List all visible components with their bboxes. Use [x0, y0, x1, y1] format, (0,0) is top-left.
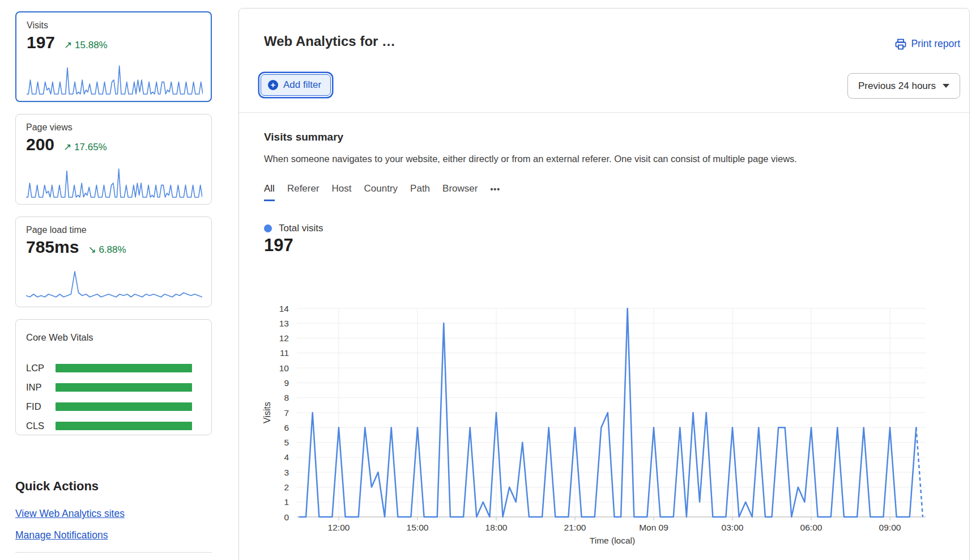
trend-down-icon: ↘: [88, 244, 96, 255]
metric-value-row: 197 ↗ 15.88%: [27, 33, 108, 52]
cwv-row-cls: CLS: [26, 416, 192, 435]
svg-text:18:00: 18:00: [485, 523, 508, 532]
svg-text:0: 0: [284, 512, 289, 522]
svg-text:15:00: 15:00: [407, 523, 429, 532]
metric-delta: ↗ 15.88%: [64, 39, 108, 51]
visits-summary-description: When someone navigates to your website, …: [264, 154, 797, 164]
sidebar-divider: [15, 552, 212, 553]
svg-text:21:00: 21:00: [564, 523, 586, 532]
svg-text:10: 10: [279, 363, 289, 373]
page-load-time-sparkline: [26, 270, 202, 301]
page-views-sparkline: [26, 167, 202, 198]
metric-value: 197: [27, 33, 55, 52]
print-report-button[interactable]: Print report: [895, 38, 960, 50]
chevron-down-icon: [943, 84, 949, 88]
metric-value-row: 785ms ↘ 6.88%: [26, 237, 126, 257]
print-report-label: Print report: [911, 38, 960, 50]
plus-icon: +: [268, 80, 278, 90]
svg-text:8: 8: [284, 393, 289, 402]
manage-notifications-link[interactable]: Manage Notifications: [15, 529, 108, 541]
view-web-analytics-sites-link[interactable]: View Web Analytics sites: [15, 508, 125, 520]
svg-text:2: 2: [284, 482, 289, 492]
dimension-tabs: AllRefererHostCountryPathBrowser•••: [264, 183, 500, 201]
cwv-row-lcp: LCP: [26, 358, 192, 377]
svg-text:12: 12: [279, 333, 289, 343]
svg-text:03:00: 03:00: [722, 523, 744, 532]
tab-host[interactable]: Host: [332, 183, 352, 201]
svg-text:5: 5: [284, 438, 289, 447]
cwv-score-bar: [56, 402, 192, 411]
add-filter-label: Add filter: [283, 79, 321, 91]
time-range-value: Previous 24 hours: [858, 80, 936, 92]
svg-text:Visits: Visits: [262, 402, 272, 423]
core-web-vitals-card[interactable]: Core Web Vitals LCPINPFIDCLS: [15, 319, 212, 435]
page-title: Web Analytics for …: [264, 33, 395, 49]
total-visits-value: 197: [264, 235, 293, 256]
visits-summary-title: Visits summary: [264, 131, 343, 143]
svg-text:12:00: 12:00: [328, 523, 350, 532]
tab-country[interactable]: Country: [364, 183, 398, 201]
add-filter-button[interactable]: + Add filter: [261, 74, 331, 96]
svg-text:09:00: 09:00: [879, 523, 901, 532]
svg-text:Time (local): Time (local): [590, 536, 635, 545]
web-analytics-panel: Web Analytics for … Print report + Add f…: [238, 8, 970, 560]
svg-text:06:00: 06:00: [800, 523, 823, 532]
metric-value: 785ms: [26, 237, 79, 257]
trend-up-icon: ↗: [63, 142, 71, 152]
cwv-score-bar: [56, 422, 192, 430]
visits-line-chart: 0123456789101112131412:0015:0018:0021:00…: [239, 292, 970, 560]
series-dot-icon: [264, 224, 272, 232]
legend-label: Total visits: [279, 223, 323, 234]
svg-text:7: 7: [284, 408, 289, 418]
chart-legend: Total visits: [264, 223, 323, 234]
tab-path[interactable]: Path: [410, 183, 430, 201]
svg-text:13: 13: [279, 319, 289, 328]
svg-text:11: 11: [280, 348, 289, 358]
tab-browser[interactable]: Browser: [442, 183, 478, 201]
metric-delta: ↘ 6.88%: [88, 244, 126, 256]
printer-icon: [895, 39, 906, 50]
tab-all[interactable]: All: [264, 183, 275, 201]
cwv-metric-label: FID: [26, 401, 56, 412]
metric-value-row: 200 ↗ 17.65%: [26, 135, 107, 154]
quick-actions-title: Quick Actions: [15, 479, 99, 494]
cwv-score-bar: [56, 364, 192, 372]
visits-sparkline: [27, 64, 203, 95]
cwv-metric-label: CLS: [26, 421, 56, 431]
page-load-time-metric-card[interactable]: Page load time 785ms ↘ 6.88%: [15, 217, 212, 307]
cwv-row-inp: INP: [26, 377, 192, 397]
core-web-vitals-title: Core Web Vitals: [26, 332, 93, 343]
svg-text:9: 9: [284, 378, 289, 388]
cwv-metric-label: LCP: [26, 363, 56, 374]
cwv-row-fid: FID: [26, 397, 192, 416]
metric-value: 200: [26, 135, 54, 154]
svg-text:4: 4: [284, 452, 289, 462]
page-views-metric-card[interactable]: Page views 200 ↗ 17.65%: [15, 114, 212, 205]
trend-up-icon: ↗: [64, 40, 72, 50]
metric-label: Page views: [26, 122, 73, 133]
cwv-metric-label: INP: [26, 382, 56, 393]
metric-label: Visits: [27, 20, 48, 31]
svg-text:14: 14: [279, 304, 289, 313]
time-range-dropdown[interactable]: Previous 24 hours: [847, 73, 960, 99]
visits-metric-card[interactable]: Visits 197 ↗ 15.88%: [15, 11, 212, 102]
core-web-vitals-rows: LCPINPFIDCLS: [26, 358, 192, 435]
metric-delta: ↗ 17.65%: [63, 141, 107, 153]
header-divider: [239, 112, 969, 113]
metric-label: Page load time: [26, 225, 87, 235]
svg-text:3: 3: [284, 468, 289, 477]
cwv-score-bar: [56, 383, 192, 392]
tab-referer[interactable]: Referer: [287, 183, 319, 201]
svg-text:6: 6: [284, 423, 289, 432]
tabs-more-button[interactable]: •••: [490, 183, 500, 201]
svg-text:1: 1: [284, 497, 289, 507]
svg-text:Mon 09: Mon 09: [639, 523, 668, 532]
